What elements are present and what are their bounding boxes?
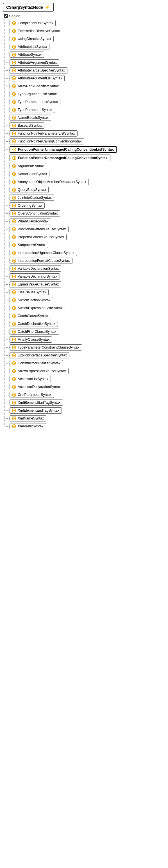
sealed-checkbox-row: Sealed bbox=[4, 14, 165, 18]
tree-item: VariableDeclarationSyntax bbox=[3, 265, 165, 273]
node-box[interactable]: JoinIntoClauseSyntax bbox=[9, 194, 54, 201]
node-box[interactable]: ArgumentSyntax bbox=[9, 163, 46, 169]
node-box[interactable]: FunctionPointerUnmanagedCallingConventio… bbox=[9, 146, 117, 153]
circle-icon bbox=[12, 100, 16, 104]
circle-icon bbox=[12, 148, 16, 152]
node-box[interactable]: VariableDeclaratorSyntax bbox=[9, 273, 60, 280]
node-label: TypeParameterListSyntax bbox=[18, 100, 58, 104]
node-box[interactable]: AttributeArgumentListSyntax bbox=[9, 75, 65, 81]
node-label: TypeArgumentListSyntax bbox=[18, 92, 57, 96]
node-box[interactable]: TypeParameterConstraintClauseSyntax bbox=[9, 344, 82, 350]
tree-item: SubpatternSyntax bbox=[3, 241, 165, 249]
node-box[interactable]: XmlPrefixSyntax bbox=[9, 423, 46, 429]
node-box[interactable]: EqualsValueClauseSyntax bbox=[9, 281, 61, 287]
circle-icon bbox=[12, 76, 16, 80]
tree-item: ArrowExpressionClauseSyntax bbox=[3, 367, 165, 375]
node-box[interactable]: ConstructorInitializerSyntax bbox=[9, 360, 63, 366]
node-box[interactable]: NameEqualsSyntax bbox=[9, 115, 51, 121]
node-box[interactable]: XmlNameSyntax bbox=[9, 415, 46, 422]
node-box[interactable]: TypeParameterSyntax bbox=[9, 107, 55, 113]
diagram-container: CSharpSyntaxNode ⚡ Sealed CompilationUni… bbox=[0, 0, 168, 436]
node-box[interactable]: ArrayRankSpecifierSyntax bbox=[9, 83, 61, 89]
h-connector bbox=[4, 166, 9, 166]
tree-item: CatchFilterClauseSyntax bbox=[3, 328, 165, 336]
circle-icon bbox=[12, 124, 16, 128]
node-label: SwitchSectionSyntax bbox=[18, 298, 51, 302]
node-box[interactable]: AttributeListSyntax bbox=[9, 44, 49, 50]
node-box[interactable]: TypeParameterListSyntax bbox=[9, 99, 60, 105]
h-connector bbox=[4, 141, 9, 142]
h-connector bbox=[4, 213, 9, 214]
h-connector bbox=[4, 316, 9, 316]
node-box[interactable]: VariableDeclarationSyntax bbox=[9, 266, 61, 272]
node-box[interactable]: CatchDeclarationSyntax bbox=[9, 321, 58, 327]
node-label: ExplicitInterfaceSpecifierSyntax bbox=[18, 353, 67, 357]
tree-item: NameColonSyntax bbox=[3, 170, 165, 178]
node-box[interactable]: SwitchExpressionArmSyntax bbox=[9, 305, 65, 311]
node-box[interactable]: FunctionPointerParameterListSyntax bbox=[9, 130, 78, 136]
node-box[interactable]: AccessorListSyntax bbox=[9, 376, 51, 382]
circle-icon bbox=[12, 108, 16, 112]
circle-icon bbox=[12, 314, 16, 318]
h-connector bbox=[4, 269, 9, 269]
node-box[interactable]: CompilationUnitSyntax bbox=[9, 20, 56, 26]
sealed-checkbox[interactable] bbox=[4, 14, 8, 18]
node-box[interactable]: CrefParameterSyntax bbox=[9, 392, 54, 398]
node-label: ArrayRankSpecifierSyntax bbox=[18, 84, 59, 88]
node-box[interactable]: FunctionPointerUnmanagedCallingConventio… bbox=[9, 155, 111, 161]
node-box[interactable]: AccessorDeclarationSyntax bbox=[9, 384, 63, 390]
node-box[interactable]: OrderingSyntax bbox=[9, 203, 45, 209]
node-box[interactable]: ExternAliasDirectiveSyntax bbox=[9, 28, 62, 34]
node-box[interactable]: InterpolationFormatClauseSyntax bbox=[9, 258, 73, 264]
node-label: NameColonSyntax bbox=[18, 172, 47, 176]
node-label: XmlElementEndTagSyntax bbox=[18, 408, 59, 412]
tree-item: SwitchExpressionArmSyntax bbox=[3, 304, 165, 312]
node-box[interactable]: AttributeArgumentSyntax bbox=[9, 59, 59, 66]
node-label: AttributeTargetSpecifierSyntax bbox=[18, 68, 65, 72]
node-box[interactable]: SwitchSectionSyntax bbox=[9, 297, 53, 303]
node-box[interactable]: TypeArgumentListSyntax bbox=[9, 91, 59, 97]
node-box[interactable]: CatchClauseSyntax bbox=[9, 313, 51, 319]
tree-item: ElseClauseSyntax bbox=[3, 288, 165, 296]
node-label: AccessorListSyntax bbox=[18, 377, 48, 381]
node-box[interactable]: XmlElementStartTagSyntax bbox=[9, 400, 63, 406]
node-box[interactable]: UsingDirectiveSyntax bbox=[9, 36, 54, 42]
node-box[interactable]: InterpolationAlignmentClauseSyntax bbox=[9, 250, 77, 256]
node-box[interactable]: ArrowExpressionClauseSyntax bbox=[9, 368, 69, 374]
node-box[interactable]: PropertyPatternClauseSyntax bbox=[9, 234, 67, 240]
node-box[interactable]: AnonymousObjectMemberDeclaratorSyntax bbox=[9, 179, 89, 185]
node-box[interactable]: PositionalPatternClauseSyntax bbox=[9, 226, 69, 232]
node-box[interactable]: ExplicitInterfaceSpecifierSyntax bbox=[9, 352, 70, 359]
tree-item: BaseListSyntax bbox=[3, 122, 165, 129]
circle-icon bbox=[12, 267, 16, 271]
node-box[interactable]: SubpatternSyntax bbox=[9, 242, 48, 248]
node-box[interactable]: FunctionPointerCallingConventionSyntax bbox=[9, 138, 84, 145]
node-box[interactable]: WhenClauseSyntax bbox=[9, 218, 51, 224]
node-label: FunctionPointerParameterListSyntax bbox=[18, 131, 75, 135]
node-label: FunctionPointerCallingConventionSyntax bbox=[18, 140, 81, 143]
tree-item: XmlElementEndTagSyntax bbox=[3, 407, 165, 414]
node-box[interactable]: BaseListSyntax bbox=[9, 122, 44, 129]
node-box[interactable]: NameColonSyntax bbox=[9, 171, 49, 177]
h-connector bbox=[4, 86, 9, 87]
node-box[interactable]: AttributeTargetSpecifierSyntax bbox=[9, 67, 68, 73]
node-label: XmlNameSyntax bbox=[18, 416, 44, 420]
node-box[interactable]: CatchFilterClauseSyntax bbox=[9, 329, 59, 335]
circle-icon bbox=[12, 131, 16, 135]
h-connector bbox=[4, 426, 9, 427]
h-connector bbox=[4, 395, 9, 395]
h-connector bbox=[4, 387, 9, 387]
tree-item: QueryContinuationSyntax bbox=[3, 210, 165, 217]
node-box[interactable]: QueryBodySyntax bbox=[9, 187, 49, 193]
node-box[interactable]: QueryContinuationSyntax bbox=[9, 210, 60, 217]
tree-item: NameEqualsSyntax bbox=[3, 114, 165, 122]
node-box[interactable]: XmlElementEndTagSyntax bbox=[9, 407, 62, 413]
node-box[interactable]: AttributeSyntax bbox=[9, 52, 44, 58]
node-box[interactable]: ElseClauseSyntax bbox=[9, 289, 49, 295]
h-connector bbox=[4, 94, 9, 94]
tree-item: TypeParameterListSyntax bbox=[3, 98, 165, 106]
h-connector bbox=[4, 150, 9, 150]
circle-icon bbox=[12, 401, 16, 405]
node-box[interactable]: FinallyClauseSyntax bbox=[9, 336, 52, 343]
h-connector bbox=[4, 284, 9, 285]
